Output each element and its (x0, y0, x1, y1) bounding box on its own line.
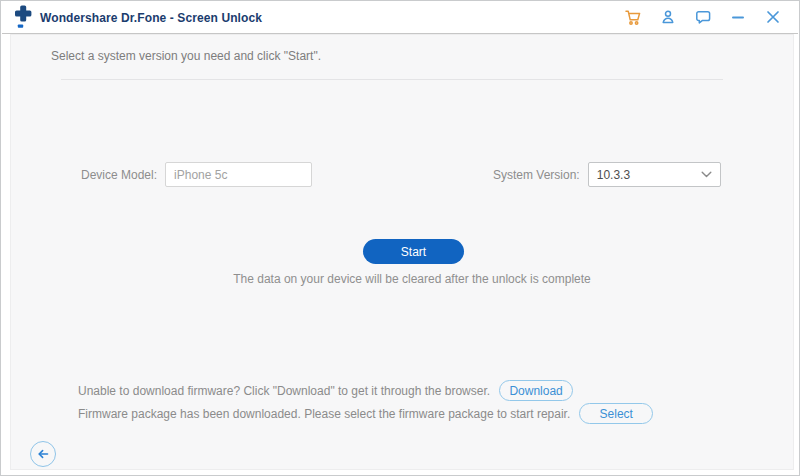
data-cleared-note: The data on your device will be cleared … (31, 272, 793, 286)
feedback-icon[interactable] (694, 8, 712, 26)
firmware-download-row: Unable to download firmware? Click "Down… (78, 380, 573, 401)
system-version-select[interactable]: 10.3.3 (588, 162, 721, 187)
device-model-input[interactable] (165, 162, 312, 187)
firmware-download-text: Unable to download firmware? Click "Down… (78, 384, 490, 398)
heading-divider (61, 79, 723, 80)
arrow-left-icon (36, 447, 50, 461)
start-button[interactable]: Start (363, 239, 464, 264)
device-model-field: Device Model: (81, 162, 312, 187)
close-icon[interactable] (764, 8, 782, 26)
titlebar: Wondershare Dr.Fone - Screen Unlock (2, 1, 798, 34)
chevron-down-icon (701, 171, 712, 178)
titlebar-buttons (624, 1, 782, 33)
app-window: Wondershare Dr.Fone - Screen Unlock (0, 0, 800, 476)
minimize-icon[interactable] (729, 8, 747, 26)
select-button[interactable]: Select (579, 403, 653, 424)
download-button[interactable]: Download (499, 380, 573, 401)
firmware-select-row: Firmware package has been downloaded. Pl… (78, 403, 653, 424)
system-version-value: 10.3.3 (597, 168, 630, 182)
window-title: Wondershare Dr.Fone - Screen Unlock (40, 11, 262, 25)
device-model-label: Device Model: (81, 168, 157, 182)
system-version-field: System Version: 10.3.3 (493, 162, 721, 187)
main-panel: Select a system version you need and cli… (10, 34, 794, 470)
instruction-heading: Select a system version you need and cli… (51, 49, 321, 63)
system-version-label: System Version: (493, 168, 580, 182)
back-button[interactable] (30, 441, 56, 467)
drfone-logo-icon (12, 5, 34, 31)
account-icon[interactable] (659, 8, 677, 26)
firmware-select-text: Firmware package has been downloaded. Pl… (78, 407, 570, 421)
cart-icon[interactable] (624, 8, 642, 26)
